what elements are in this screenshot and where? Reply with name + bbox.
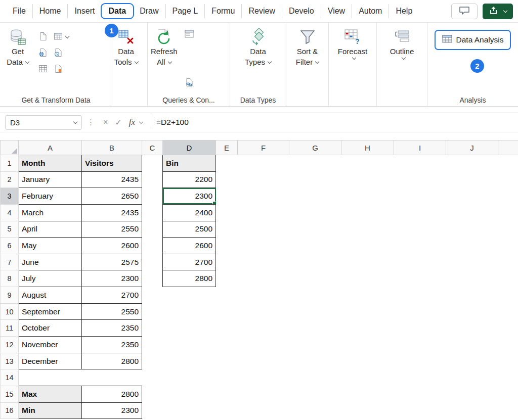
cell-C13[interactable] (142, 353, 163, 369)
cell-G14[interactable] (289, 369, 341, 386)
ribbon-tab-autom[interactable]: Autom (352, 4, 389, 18)
column-header-H[interactable]: H (341, 141, 394, 155)
data-types-button[interactable]: Data Types (242, 26, 274, 94)
cell-G4[interactable] (289, 204, 341, 221)
cell-B6[interactable]: 2600 (82, 238, 142, 254)
cell-G16[interactable] (289, 402, 341, 419)
cell-F13[interactable] (238, 353, 289, 369)
ribbon-tab-page-l[interactable]: Page L (166, 4, 205, 18)
cell-H13[interactable] (341, 353, 394, 369)
cell-I14[interactable] (394, 369, 446, 386)
cell-partial-16[interactable] (498, 402, 518, 419)
cell-C12[interactable] (142, 337, 163, 353)
cell-F9[interactable] (238, 287, 289, 304)
row-header-14[interactable]: 14 (1, 369, 19, 386)
cell-H10[interactable] (341, 303, 394, 320)
formula-bar-drag-handle[interactable]: ⋮ (87, 118, 95, 127)
cell-D6[interactable]: 2600 (163, 238, 216, 254)
cell-J3[interactable] (446, 188, 498, 205)
cell-I3[interactable] (394, 188, 446, 205)
cell-E3[interactable] (216, 188, 238, 205)
cell-E13[interactable] (216, 353, 238, 369)
cell-B13[interactable]: 2800 (82, 353, 142, 369)
recent-sources-button[interactable] (54, 48, 74, 59)
cell-D9[interactable] (163, 287, 216, 304)
existing-connections-button[interactable] (54, 64, 74, 75)
cell-E2[interactable] (216, 171, 238, 188)
cell-partial-10[interactable] (498, 303, 518, 320)
cell-F11[interactable] (238, 320, 289, 337)
cell-E14[interactable] (216, 369, 238, 386)
cell-F10[interactable] (238, 303, 289, 320)
cell-A14[interactable] (19, 369, 82, 386)
cell-B3[interactable]: 2650 (82, 188, 142, 205)
column-header-E[interactable]: E (216, 141, 238, 155)
workbook-links-button[interactable] (185, 78, 194, 88)
row-header-8[interactable]: 8 (1, 270, 19, 287)
cell-F6[interactable] (238, 238, 289, 254)
cell-C11[interactable] (142, 320, 163, 337)
cell-D4[interactable]: 2400 (163, 204, 216, 221)
cell-J15[interactable] (446, 386, 498, 402)
cell-B8[interactable]: 2300 (82, 270, 142, 287)
cell-I7[interactable] (394, 254, 446, 270)
cell-F15[interactable] (238, 386, 289, 402)
cell-E7[interactable] (216, 254, 238, 270)
cell-H8[interactable] (341, 270, 394, 287)
cell-J12[interactable] (446, 337, 498, 353)
cell-G10[interactable] (289, 303, 341, 320)
cell-I1[interactable] (394, 155, 446, 172)
cell-partial-13[interactable] (498, 353, 518, 369)
cell-C7[interactable] (142, 254, 163, 270)
cell-G2[interactable] (289, 171, 341, 188)
cell-A5[interactable]: April (19, 221, 82, 238)
queries-connections-button[interactable] (185, 30, 194, 39)
cell-J11[interactable] (446, 320, 498, 337)
cell-G7[interactable] (289, 254, 341, 270)
column-header-B[interactable]: B (82, 141, 142, 155)
insert-function-button[interactable]: fx (129, 117, 135, 127)
cell-C4[interactable] (142, 204, 163, 221)
cell-D8[interactable]: 2800 (163, 270, 216, 287)
cell-D3[interactable]: 2300 (163, 188, 216, 205)
cancel-button[interactable]: × (103, 118, 108, 127)
cell-C2[interactable] (142, 171, 163, 188)
cell-E12[interactable] (216, 337, 238, 353)
cell-F5[interactable] (238, 221, 289, 238)
cell-H2[interactable] (341, 171, 394, 188)
cell-G12[interactable] (289, 337, 341, 353)
cell-I16[interactable] (394, 402, 446, 419)
cell-E8[interactable] (216, 270, 238, 287)
cell-A13[interactable]: December (19, 353, 82, 369)
row-header-13[interactable]: 13 (1, 353, 19, 369)
cell-I15[interactable] (394, 386, 446, 402)
cell-partial-5[interactable] (498, 221, 518, 238)
cell-J10[interactable] (446, 303, 498, 320)
row-header-10[interactable]: 10 (1, 303, 19, 320)
cell-C5[interactable] (142, 221, 163, 238)
cell-F8[interactable] (238, 270, 289, 287)
cell-J13[interactable] (446, 353, 498, 369)
cell-partial-1[interactable] (498, 155, 518, 172)
cell-B1[interactable]: Visitors (82, 155, 142, 172)
cell-I13[interactable] (394, 353, 446, 369)
from-text-csv-button[interactable] (38, 32, 54, 42)
cell-C15[interactable] (142, 386, 163, 402)
cell-D5[interactable]: 2500 (163, 221, 216, 238)
row-header-11[interactable]: 11 (1, 320, 19, 337)
cell-E5[interactable] (216, 221, 238, 238)
cell-J2[interactable] (446, 171, 498, 188)
cell-D12[interactable] (163, 337, 216, 353)
cell-H4[interactable] (341, 204, 394, 221)
column-header-C[interactable]: C (142, 141, 163, 155)
cell-G1[interactable] (289, 155, 341, 172)
ribbon-tab-formu[interactable]: Formu (205, 4, 242, 18)
cell-G8[interactable] (289, 270, 341, 287)
cell-F3[interactable] (238, 188, 289, 205)
cell-H16[interactable] (341, 402, 394, 419)
cell-B15[interactable]: 2800 (82, 386, 142, 402)
ribbon-tab-data[interactable]: Data (102, 4, 133, 18)
cell-J4[interactable] (446, 204, 498, 221)
ribbon-tab-insert[interactable]: Insert (68, 4, 102, 18)
comments-button[interactable] (451, 4, 478, 19)
